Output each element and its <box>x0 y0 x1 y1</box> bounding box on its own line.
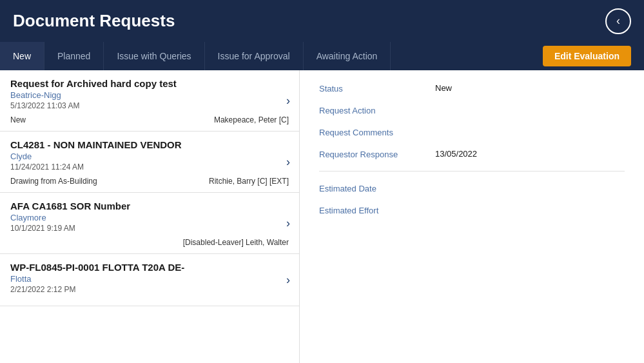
item-title: WP-FL0845-PI-0001 FLOTTA T20A DE- <box>10 262 289 273</box>
item-subtitle: Claymore <box>10 213 289 222</box>
chevron-right-icon: › <box>286 155 290 169</box>
item-subtitle: Flotta <box>10 274 289 284</box>
tab-bar: New Planned Issue with Queries Issue for… <box>0 42 644 70</box>
item-title: Request for Archived hard copy test <box>10 78 289 89</box>
main-content: Request for Archived hard copy test Beat… <box>0 70 644 363</box>
item-meta: [Disabled-Leaver] Leith, Walter <box>10 238 289 247</box>
detail-row-estimated-effort: Estimated Effort <box>319 205 625 215</box>
detail-label-request-action: Request Action <box>319 105 435 115</box>
page-title: Document Requests <box>13 11 175 31</box>
item-status: Drawing from As-Building <box>10 177 97 186</box>
detail-row-status: Status New <box>319 83 625 93</box>
chevron-right-icon: › <box>286 217 290 230</box>
item-title: CL4281 - NON MAINTAINED VENDOR <box>10 139 289 150</box>
list-item[interactable]: CL4281 - NON MAINTAINED VENDOR Clyde 11/… <box>0 132 299 193</box>
tab-planned[interactable]: Planned <box>44 42 104 70</box>
item-assignee: Makepeace, Peter [C] <box>214 115 289 124</box>
header: Document Requests ‹ <box>0 0 644 42</box>
detail-panel: Status New Request Action Request Commen… <box>300 70 644 363</box>
tab-awaiting-action[interactable]: Awaiting Action <box>304 42 391 70</box>
item-subtitle: Beatrice-Nigg <box>10 90 289 100</box>
detail-row-request-action: Request Action <box>319 105 625 115</box>
detail-label-estimated-date: Estimated Date <box>319 183 435 193</box>
item-status: New <box>10 115 26 124</box>
chevron-right-icon: › <box>286 273 290 287</box>
item-date: 5/13/2022 11:03 AM <box>10 101 289 110</box>
detail-row-estimated-date: Estimated Date <box>319 183 625 193</box>
item-assignee: Ritchie, Barry [C] [EXT] <box>209 177 289 186</box>
item-assignee: [Disabled-Leaver] Leith, Walter <box>183 238 289 247</box>
detail-label-request-comments: Request Comments <box>319 127 435 137</box>
list-panel: Request for Archived hard copy test Beat… <box>0 70 300 363</box>
detail-divider <box>319 171 625 172</box>
detail-value-status: New <box>435 83 452 93</box>
detail-row-requestor-response: Requestor Response 13/05/2022 <box>319 149 625 159</box>
item-title: AFA CA1681 SOR Number <box>10 201 289 211</box>
list-item[interactable]: Request for Archived hard copy test Beat… <box>0 70 299 132</box>
detail-row-request-comments: Request Comments <box>319 127 625 137</box>
tab-issue-for-approval[interactable]: Issue for Approval <box>205 42 304 70</box>
item-date: 2/21/2022 2:12 PM <box>10 285 289 294</box>
list-item[interactable]: WP-FL0845-PI-0001 FLOTTA T20A DE- Flotta… <box>0 254 299 306</box>
back-button[interactable]: ‹ <box>605 8 631 34</box>
item-meta: Drawing from As-Building Ritchie, Barry … <box>10 177 289 186</box>
item-date: 10/1/2021 9:19 AM <box>10 224 289 233</box>
detail-label-estimated-effort: Estimated Effort <box>319 205 435 215</box>
list-item[interactable]: AFA CA1681 SOR Number Claymore 10/1/2021… <box>0 193 299 254</box>
edit-evaluation-button[interactable]: Edit Evaluation <box>543 46 631 66</box>
detail-label-status: Status <box>319 83 435 93</box>
item-meta: New Makepeace, Peter [C] <box>10 115 289 124</box>
item-date: 11/24/2021 11:24 AM <box>10 162 289 172</box>
tab-issue-with-queries[interactable]: Issue with Queries <box>104 42 204 70</box>
item-subtitle: Clyde <box>10 152 289 161</box>
chevron-right-icon: › <box>286 94 290 108</box>
detail-value-requestor-response: 13/05/2022 <box>435 149 477 159</box>
tab-new[interactable]: New <box>0 42 44 70</box>
detail-label-requestor-response: Requestor Response <box>319 149 435 159</box>
